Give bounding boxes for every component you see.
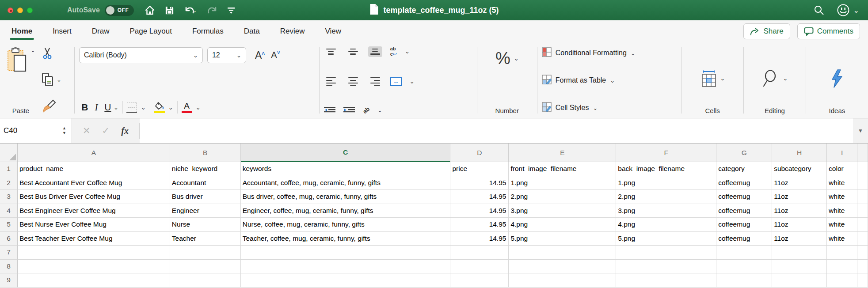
column-header-E[interactable]: E — [509, 144, 616, 162]
tab-insert[interactable]: Insert — [49, 20, 75, 42]
cell-C6[interactable]: Teacher, coffee, mug, ceramic, funny, gi… — [241, 232, 451, 246]
column-header-F[interactable]: F — [616, 144, 716, 162]
cell-G4[interactable]: coffeemug — [716, 204, 772, 218]
cell-G1[interactable]: category — [716, 162, 772, 176]
conditional-formatting-chevron-icon[interactable]: ⌄ — [631, 50, 636, 56]
tab-draw[interactable]: Draw — [88, 20, 113, 42]
cell-A9[interactable] — [18, 273, 170, 288]
insert-function-button[interactable]: fx — [121, 126, 129, 136]
cell-x4[interactable] — [857, 204, 868, 218]
cell-G3[interactable]: coffeemug — [716, 190, 772, 204]
cell-D1[interactable]: price — [450, 162, 509, 176]
cell-A4[interactable]: Best Engineer Ever Coffee Mug — [18, 204, 170, 218]
cell-C4[interactable]: Engineer, coffee, mug, ceramic, funny, g… — [241, 204, 451, 218]
cancel-button[interactable]: ✕ — [83, 125, 91, 136]
cell-E2[interactable]: 1.png — [509, 176, 616, 190]
cell-F5[interactable]: 4.png — [616, 218, 716, 232]
formula-bar-expand-icon[interactable]: ▼ — [853, 118, 868, 143]
cell-I7[interactable] — [827, 246, 857, 260]
bold-button[interactable]: B — [79, 102, 91, 113]
align-left-button[interactable] — [324, 75, 338, 88]
cell-I9[interactable] — [827, 273, 857, 288]
cell-F6[interactable]: 5.png — [616, 232, 716, 246]
cell-G8[interactable] — [716, 260, 772, 274]
format-as-table-chevron-icon[interactable]: ⌄ — [610, 78, 615, 83]
cell-H3[interactable]: 11oz — [772, 190, 827, 204]
comments-button[interactable]: Comments — [797, 23, 860, 39]
align-top-button[interactable] — [324, 46, 338, 57]
row-header-5[interactable]: 5 — [0, 218, 18, 232]
cell-H4[interactable]: 11oz — [772, 204, 827, 218]
cell-F7[interactable] — [616, 246, 716, 260]
cell-E5[interactable]: 4.png — [509, 218, 616, 232]
cell-C1[interactable]: keywords — [241, 162, 451, 176]
cell-I2[interactable]: white — [827, 176, 857, 190]
cell-D3[interactable]: 14.95 — [450, 190, 509, 204]
cell-F1[interactable]: back_image_filename — [616, 162, 716, 176]
borders-button[interactable] — [127, 102, 137, 112]
fill-color-button[interactable] — [154, 102, 165, 113]
undo-chevron-icon[interactable]: ⌄ — [192, 7, 197, 14]
cell-x8[interactable] — [857, 260, 868, 274]
tab-formulas[interactable]: Formulas — [189, 20, 227, 42]
cell-H6[interactable]: 11oz — [772, 232, 827, 246]
row-header-7[interactable]: 7 — [0, 246, 18, 260]
font-color-button[interactable]: A — [182, 102, 192, 113]
cell-x5[interactable] — [857, 218, 868, 232]
name-box[interactable]: C40 ▲▼ — [0, 118, 72, 143]
number-format-chevron-icon[interactable]: ⌄ — [514, 56, 519, 61]
align-bottom-button[interactable] — [368, 46, 382, 57]
cell-B7[interactable] — [170, 246, 241, 260]
cell-C9[interactable] — [241, 273, 451, 288]
cell-A2[interactable]: Best Accountant Ever Coffee Mug — [18, 176, 170, 190]
cell-E1[interactable]: front_image_filename — [509, 162, 616, 176]
account-chevron-icon[interactable]: ⌄ — [853, 6, 859, 15]
underline-button[interactable]: U — [102, 102, 114, 113]
borders-chevron-icon[interactable]: ⌄ — [141, 105, 146, 110]
cell-G2[interactable]: coffeemug — [716, 176, 772, 190]
ideas-button[interactable] — [830, 50, 845, 107]
cell-D4[interactable]: 14.95 — [450, 204, 509, 218]
copy-chevron-icon[interactable]: ⌄ — [57, 77, 61, 83]
cell-I8[interactable] — [827, 260, 857, 274]
close-button[interactable] — [8, 8, 13, 13]
cell-H9[interactable] — [772, 273, 827, 288]
cell-H2[interactable]: 11oz — [772, 176, 827, 190]
row-header-1[interactable]: 1 — [0, 162, 18, 176]
align-right-button[interactable] — [368, 75, 382, 88]
cell-A7[interactable] — [18, 246, 170, 260]
cell-F4[interactable]: 3.png — [616, 204, 716, 218]
cell-I1[interactable]: color — [827, 162, 857, 176]
cell-H8[interactable] — [772, 260, 827, 274]
row-header-8[interactable]: 8 — [0, 260, 18, 274]
cell-x2[interactable] — [857, 176, 868, 190]
cell-x1[interactable] — [857, 162, 868, 176]
share-button[interactable]: Share — [743, 23, 790, 39]
cell-I6[interactable]: white — [827, 232, 857, 246]
save-icon[interactable] — [164, 5, 175, 15]
cell-C3[interactable]: Bus driver, coffee, mug, ceramic, funny,… — [241, 190, 451, 204]
cell-A3[interactable]: Best Bus Driver Ever Coffee Mug — [18, 190, 170, 204]
select-all-corner[interactable] — [0, 144, 18, 162]
wrap-text-chevron-icon[interactable]: ⌄ — [405, 49, 410, 54]
cell-D8[interactable] — [450, 260, 509, 274]
cell-x9[interactable] — [857, 273, 868, 288]
cells-button[interactable]: ⌄ — [700, 50, 725, 107]
tab-home[interactable]: Home — [8, 20, 36, 42]
column-header-G[interactable]: G — [716, 144, 772, 162]
percent-style-button[interactable]: % ⌄ — [495, 49, 519, 68]
cell-C5[interactable]: Nurse, coffee, mug, ceramic, funny, gift… — [241, 218, 451, 232]
cell-A6[interactable]: Best Teacher Ever Coffee Mug — [18, 232, 170, 246]
cell-H5[interactable]: 11oz — [772, 218, 827, 232]
cells-chevron-icon[interactable]: ⌄ — [720, 76, 725, 81]
cell-B8[interactable] — [170, 260, 241, 274]
account-icon[interactable]: ⌄ — [837, 4, 859, 17]
name-box-spinner[interactable]: ▲▼ — [62, 127, 68, 134]
cell-E6[interactable]: 5.png — [509, 232, 616, 246]
cell-B5[interactable]: Nurse — [170, 218, 241, 232]
decrease-indent-button[interactable] — [324, 106, 335, 114]
cell-G9[interactable] — [716, 273, 772, 288]
redo-button[interactable] — [206, 5, 218, 15]
wrap-text-button[interactable]: abc↩ — [390, 46, 397, 57]
cell-x6[interactable] — [857, 232, 868, 246]
